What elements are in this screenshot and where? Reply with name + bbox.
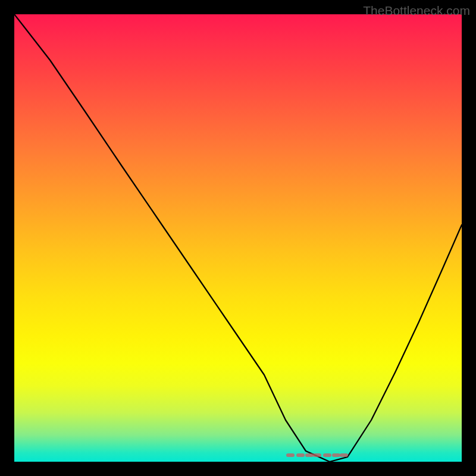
baseline-dash — [296, 453, 305, 457]
baseline-dashes — [282, 451, 342, 457]
baseline-dash — [332, 453, 340, 457]
baseline-dash — [313, 453, 321, 457]
baseline-dash — [323, 453, 331, 457]
bottleneck-curve — [14, 14, 462, 462]
baseline-dash — [305, 453, 314, 457]
baseline-dash — [340, 453, 348, 457]
baseline-dash — [286, 453, 295, 457]
plot-area — [14, 14, 462, 462]
watermark-text: TheBottleneck.com — [363, 4, 470, 18]
